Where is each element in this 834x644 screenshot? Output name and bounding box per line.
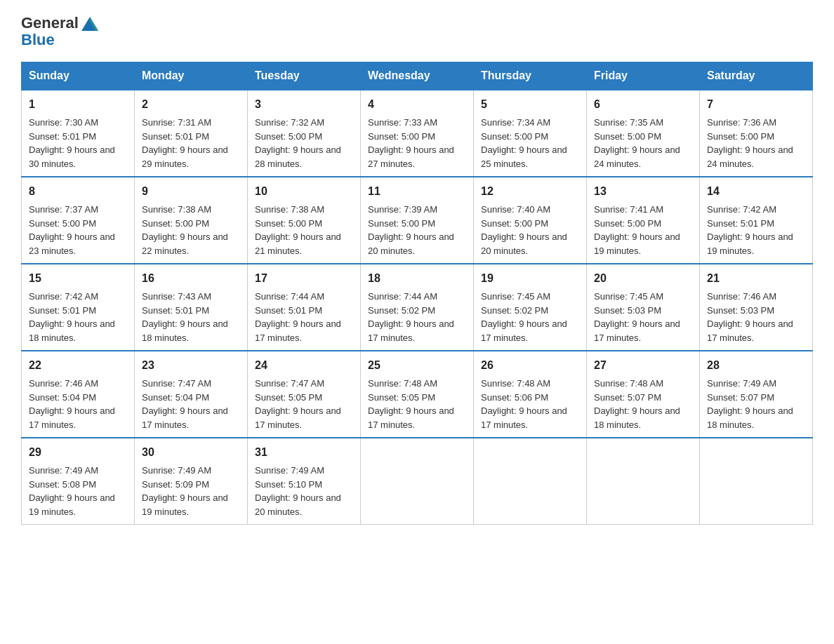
- sunrise-text: Sunrise: 7:42 AM: [29, 291, 98, 302]
- sunset-text: Sunset: 5:01 PM: [29, 305, 96, 316]
- calendar-week-2: 8 Sunrise: 7:37 AM Sunset: 5:00 PM Dayli…: [22, 177, 813, 264]
- calendar-cell: 29 Sunrise: 7:49 AM Sunset: 5:08 PM Dayl…: [22, 438, 135, 525]
- cell-content: 25 Sunrise: 7:48 AM Sunset: 5:05 PM Dayl…: [368, 357, 466, 431]
- daylight-text: Daylight: 9 hours and 24 minutes.: [707, 145, 793, 169]
- sunrise-text: Sunrise: 7:34 AM: [481, 117, 550, 128]
- calendar-cell: 13 Sunrise: 7:41 AM Sunset: 5:00 PM Dayl…: [587, 177, 700, 264]
- sunset-text: Sunset: 5:01 PM: [707, 218, 774, 229]
- day-number: 12: [481, 183, 579, 200]
- calendar-week-1: 1 Sunrise: 7:30 AM Sunset: 5:01 PM Dayli…: [22, 90, 813, 177]
- calendar-week-5: 29 Sunrise: 7:49 AM Sunset: 5:08 PM Dayl…: [22, 438, 813, 525]
- cell-content: 26 Sunrise: 7:48 AM Sunset: 5:06 PM Dayl…: [481, 357, 579, 431]
- daylight-text: Daylight: 9 hours and 19 minutes.: [707, 232, 793, 256]
- daylight-text: Daylight: 9 hours and 28 minutes.: [255, 145, 341, 169]
- day-number: 2: [142, 96, 240, 113]
- calendar-cell: 27 Sunrise: 7:48 AM Sunset: 5:07 PM Dayl…: [587, 351, 700, 438]
- daylight-text: Daylight: 9 hours and 30 minutes.: [29, 145, 115, 169]
- sunrise-text: Sunrise: 7:49 AM: [707, 378, 776, 389]
- day-number: 24: [255, 357, 353, 374]
- sunrise-text: Sunrise: 7:43 AM: [142, 291, 211, 302]
- logo-icon: [80, 14, 100, 34]
- daylight-text: Daylight: 9 hours and 29 minutes.: [142, 145, 228, 169]
- daylight-text: Daylight: 9 hours and 21 minutes.: [255, 232, 341, 256]
- sunset-text: Sunset: 5:02 PM: [368, 305, 435, 316]
- sunrise-text: Sunrise: 7:49 AM: [255, 465, 324, 476]
- day-number: 5: [481, 96, 579, 113]
- cell-content: 9 Sunrise: 7:38 AM Sunset: 5:00 PM Dayli…: [142, 183, 240, 257]
- daylight-text: Daylight: 9 hours and 27 minutes.: [368, 145, 454, 169]
- calendar-cell: 21 Sunrise: 7:46 AM Sunset: 5:03 PM Dayl…: [700, 264, 813, 351]
- cell-content: 19 Sunrise: 7:45 AM Sunset: 5:02 PM Dayl…: [481, 270, 579, 344]
- calendar-cell: 4 Sunrise: 7:33 AM Sunset: 5:00 PM Dayli…: [361, 90, 474, 177]
- day-number: 17: [255, 270, 353, 287]
- calendar-cell: 7 Sunrise: 7:36 AM Sunset: 5:00 PM Dayli…: [700, 90, 813, 177]
- daylight-text: Daylight: 9 hours and 17 minutes.: [594, 318, 680, 343]
- calendar-cell: 10 Sunrise: 7:38 AM Sunset: 5:00 PM Dayl…: [248, 177, 361, 264]
- cell-content: 14 Sunrise: 7:42 AM Sunset: 5:01 PM Dayl…: [707, 183, 805, 257]
- sunrise-text: Sunrise: 7:49 AM: [142, 465, 211, 476]
- calendar-cell: 25 Sunrise: 7:48 AM Sunset: 5:05 PM Dayl…: [361, 351, 474, 438]
- daylight-text: Daylight: 9 hours and 20 minutes.: [255, 492, 341, 517]
- day-number: 7: [707, 96, 805, 113]
- weekday-header-thursday: Thursday: [474, 62, 587, 90]
- calendar-cell: 19 Sunrise: 7:45 AM Sunset: 5:02 PM Dayl…: [474, 264, 587, 351]
- daylight-text: Daylight: 9 hours and 18 minutes.: [707, 405, 793, 430]
- calendar-cell: [587, 438, 700, 525]
- day-number: 16: [142, 270, 240, 287]
- cell-content: 18 Sunrise: 7:44 AM Sunset: 5:02 PM Dayl…: [368, 270, 466, 344]
- calendar-cell: 14 Sunrise: 7:42 AM Sunset: 5:01 PM Dayl…: [700, 177, 813, 264]
- day-number: 20: [594, 270, 692, 287]
- sunrise-text: Sunrise: 7:32 AM: [255, 117, 324, 128]
- sunset-text: Sunset: 5:05 PM: [255, 392, 322, 403]
- day-number: 31: [255, 444, 353, 461]
- sunrise-text: Sunrise: 7:33 AM: [368, 117, 437, 128]
- day-number: 27: [594, 357, 692, 374]
- sunset-text: Sunset: 5:00 PM: [481, 218, 548, 229]
- cell-content: 17 Sunrise: 7:44 AM Sunset: 5:01 PM Dayl…: [255, 270, 353, 344]
- cell-content: 22 Sunrise: 7:46 AM Sunset: 5:04 PM Dayl…: [29, 357, 127, 431]
- sunrise-text: Sunrise: 7:42 AM: [707, 204, 776, 215]
- cell-content: 3 Sunrise: 7:32 AM Sunset: 5:00 PM Dayli…: [255, 96, 353, 170]
- cell-content: 7 Sunrise: 7:36 AM Sunset: 5:00 PM Dayli…: [707, 96, 805, 170]
- calendar-cell: 3 Sunrise: 7:32 AM Sunset: 5:00 PM Dayli…: [248, 90, 361, 177]
- sunset-text: Sunset: 5:04 PM: [142, 392, 209, 403]
- daylight-text: Daylight: 9 hours and 17 minutes.: [368, 405, 454, 430]
- daylight-text: Daylight: 9 hours and 17 minutes.: [142, 405, 228, 430]
- calendar-cell: 5 Sunrise: 7:34 AM Sunset: 5:00 PM Dayli…: [474, 90, 587, 177]
- day-number: 19: [481, 270, 579, 287]
- sunrise-text: Sunrise: 7:37 AM: [29, 204, 98, 215]
- sunrise-text: Sunrise: 7:47 AM: [255, 378, 324, 389]
- calendar-week-4: 22 Sunrise: 7:46 AM Sunset: 5:04 PM Dayl…: [22, 351, 813, 438]
- calendar-cell: 17 Sunrise: 7:44 AM Sunset: 5:01 PM Dayl…: [248, 264, 361, 351]
- day-number: 14: [707, 183, 805, 200]
- cell-content: 30 Sunrise: 7:49 AM Sunset: 5:09 PM Dayl…: [142, 444, 240, 518]
- calendar-cell: [361, 438, 474, 525]
- sunrise-text: Sunrise: 7:44 AM: [368, 291, 437, 302]
- sunrise-text: Sunrise: 7:39 AM: [368, 204, 437, 215]
- calendar-cell: 30 Sunrise: 7:49 AM Sunset: 5:09 PM Dayl…: [135, 438, 248, 525]
- day-number: 10: [255, 183, 353, 200]
- daylight-text: Daylight: 9 hours and 18 minutes.: [29, 318, 115, 343]
- daylight-text: Daylight: 9 hours and 20 minutes.: [481, 232, 567, 256]
- page-header: General Blue: [21, 14, 813, 49]
- sunset-text: Sunset: 5:00 PM: [481, 131, 548, 142]
- day-number: 26: [481, 357, 579, 374]
- logo: General Blue: [21, 14, 100, 49]
- calendar-cell: 8 Sunrise: 7:37 AM Sunset: 5:00 PM Dayli…: [22, 177, 135, 264]
- calendar-cell: 23 Sunrise: 7:47 AM Sunset: 5:04 PM Dayl…: [135, 351, 248, 438]
- cell-content: 1 Sunrise: 7:30 AM Sunset: 5:01 PM Dayli…: [29, 96, 127, 170]
- calendar-cell: 11 Sunrise: 7:39 AM Sunset: 5:00 PM Dayl…: [361, 177, 474, 264]
- day-number: 21: [707, 270, 805, 287]
- sunrise-text: Sunrise: 7:31 AM: [142, 117, 211, 128]
- sunrise-text: Sunrise: 7:41 AM: [594, 204, 663, 215]
- sunrise-text: Sunrise: 7:40 AM: [481, 204, 550, 215]
- daylight-text: Daylight: 9 hours and 17 minutes.: [481, 405, 567, 430]
- day-number: 23: [142, 357, 240, 374]
- sunrise-text: Sunrise: 7:38 AM: [142, 204, 211, 215]
- sunset-text: Sunset: 5:00 PM: [368, 131, 435, 142]
- sunrise-text: Sunrise: 7:48 AM: [481, 378, 550, 389]
- daylight-text: Daylight: 9 hours and 17 minutes.: [29, 405, 115, 430]
- sunrise-text: Sunrise: 7:48 AM: [594, 378, 663, 389]
- daylight-text: Daylight: 9 hours and 17 minutes.: [707, 318, 793, 343]
- sunset-text: Sunset: 5:04 PM: [29, 392, 96, 403]
